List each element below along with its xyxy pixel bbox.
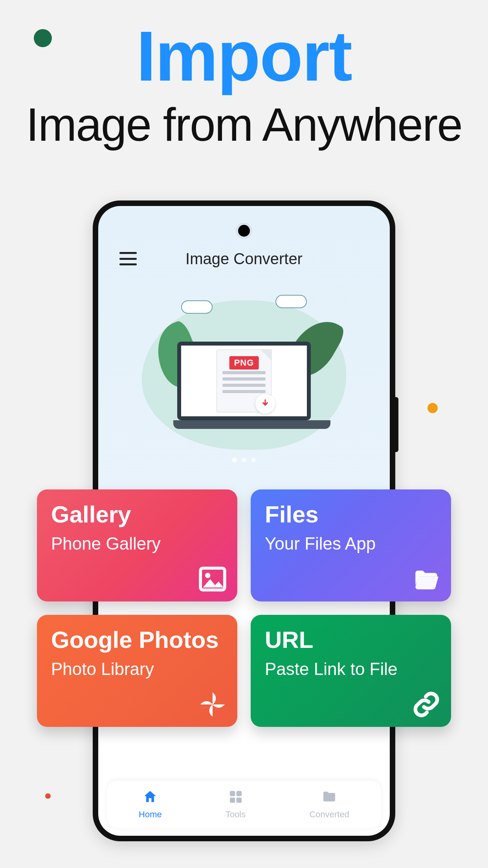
laptop-icon: PNG (173, 342, 315, 432)
nav-label: Tools (226, 809, 246, 820)
import-cards: Gallery Phone Gallery Files Your Files A… (0, 489, 488, 727)
card-title: URL (265, 627, 437, 652)
camera-hole (238, 225, 250, 237)
card-google-photos[interactable]: Google Photos Photo Library (37, 615, 237, 727)
bottom-nav: Home Tools Converted (107, 781, 381, 828)
svg-point-5 (205, 573, 211, 578)
png-badge: PNG (229, 356, 259, 370)
card-title: Google Photos (51, 627, 223, 652)
pager-dot[interactable] (242, 458, 246, 462)
svg-rect-1 (236, 791, 241, 796)
card-desc: Photo Library (51, 659, 223, 679)
carousel-pager[interactable] (98, 458, 390, 462)
hero-illustration: PNG (134, 289, 354, 462)
download-arrow-icon (255, 394, 275, 414)
pinwheel-icon (198, 690, 227, 719)
nav-label: Converted (309, 809, 349, 820)
card-gallery[interactable]: Gallery Phone Gallery (37, 489, 237, 601)
svg-rect-2 (230, 798, 235, 803)
decorative-dot-orange (427, 403, 438, 413)
nav-converted[interactable]: Converted (309, 789, 349, 820)
app-title: Image Converter (98, 250, 390, 268)
document-icon: PNG (216, 349, 272, 412)
nav-tools[interactable]: Tools (226, 789, 246, 820)
nav-home[interactable]: Home (139, 789, 162, 820)
headline-title: Import (0, 19, 488, 93)
marketing-headline: Import Image from Anywhere (0, 19, 488, 151)
image-icon (198, 565, 227, 594)
pager-dot[interactable] (251, 458, 256, 462)
card-title: Gallery (51, 502, 223, 527)
card-files[interactable]: Files Your Files App (251, 489, 451, 601)
svg-rect-3 (236, 798, 241, 803)
card-desc: Paste Link to File (265, 659, 437, 679)
home-icon (142, 789, 158, 807)
card-url[interactable]: URL Paste Link to File (251, 615, 451, 727)
folder-icon (321, 789, 337, 807)
card-desc: Your Files App (265, 534, 437, 554)
nav-label: Home (139, 809, 162, 820)
menu-icon[interactable] (119, 252, 137, 265)
card-desc: Phone Gallery (51, 534, 223, 554)
link-icon (412, 690, 441, 719)
headline-subtitle: Image from Anywhere (0, 98, 488, 151)
pager-dot[interactable] (232, 458, 237, 462)
app-header: Image Converter (98, 243, 390, 274)
decorative-dot-red (45, 793, 51, 799)
folder-open-icon (412, 565, 441, 594)
card-title: Files (265, 502, 437, 527)
grid-icon (228, 789, 244, 807)
svg-rect-0 (230, 791, 235, 796)
